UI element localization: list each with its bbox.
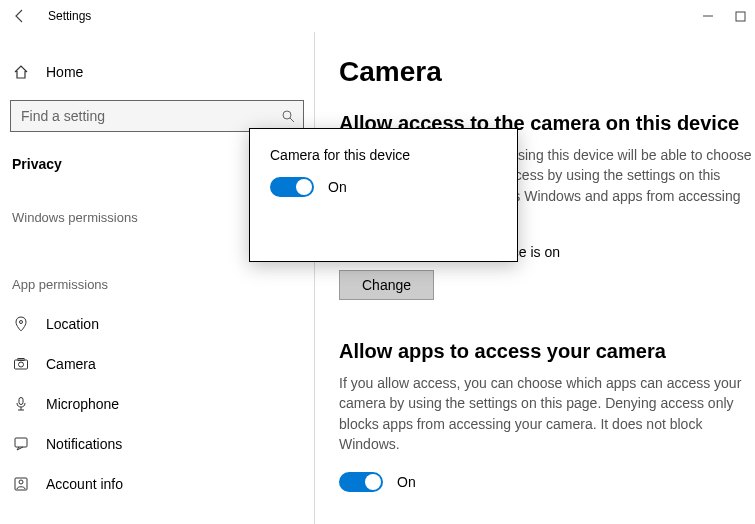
sidebar: Home Privacy Windows permissions App per… — [0, 32, 315, 524]
section-body: If you allow access, you can choose whic… — [339, 373, 755, 454]
account-icon — [12, 475, 30, 493]
sidebar-item-label: Camera — [46, 356, 96, 372]
minimize-button[interactable] — [701, 9, 715, 23]
sidebar-home-label: Home — [46, 64, 83, 80]
apps-access-toggle[interactable] — [339, 472, 383, 492]
location-icon — [12, 315, 30, 333]
sidebar-item-label: Location — [46, 316, 99, 332]
microphone-icon — [12, 395, 30, 413]
camera-icon — [12, 355, 30, 373]
popup-title: Camera for this device — [270, 147, 497, 163]
change-button[interactable]: Change — [339, 270, 434, 300]
sidebar-item-notifications[interactable]: Notifications — [0, 424, 314, 464]
window-title: Settings — [48, 9, 91, 23]
sidebar-item-account-info[interactable]: Account info — [0, 464, 314, 504]
svg-point-13 — [19, 480, 23, 484]
sidebar-home[interactable]: Home — [0, 52, 314, 92]
device-camera-toggle[interactable] — [270, 177, 314, 197]
svg-point-2 — [283, 111, 291, 119]
sidebar-item-camera[interactable]: Camera — [0, 344, 314, 384]
maximize-button[interactable] — [733, 9, 747, 23]
minimize-icon — [702, 10, 714, 22]
svg-rect-11 — [15, 438, 27, 447]
back-button[interactable] — [8, 4, 32, 28]
sidebar-item-label: Notifications — [46, 436, 122, 452]
svg-point-4 — [20, 321, 23, 324]
svg-rect-8 — [19, 398, 23, 405]
sidebar-item-label: Account info — [46, 476, 123, 492]
notifications-icon — [12, 435, 30, 453]
page-title: Camera — [339, 56, 755, 88]
sidebar-group-heading: App permissions — [0, 265, 314, 304]
window-controls — [701, 0, 747, 32]
sidebar-item-label: Microphone — [46, 396, 119, 412]
search-icon — [281, 109, 295, 123]
svg-rect-1 — [736, 12, 745, 21]
camera-device-popup: Camera for this device On — [249, 128, 518, 262]
toggle-state-label: On — [397, 474, 416, 490]
arrow-left-icon — [12, 8, 28, 24]
svg-point-6 — [19, 362, 24, 367]
svg-rect-5 — [15, 360, 28, 369]
section-heading: Allow apps to access your camera — [339, 340, 755, 363]
search-input[interactable] — [11, 101, 271, 131]
sidebar-item-microphone[interactable]: Microphone — [0, 384, 314, 424]
toggle-state-label: On — [328, 179, 347, 195]
titlebar: Settings — [0, 0, 755, 32]
main-panel: Camera Allow access to the camera on thi… — [315, 32, 755, 524]
svg-line-3 — [290, 118, 294, 122]
maximize-icon — [735, 11, 746, 22]
home-icon — [12, 63, 30, 81]
sidebar-item-location[interactable]: Location — [0, 304, 314, 344]
